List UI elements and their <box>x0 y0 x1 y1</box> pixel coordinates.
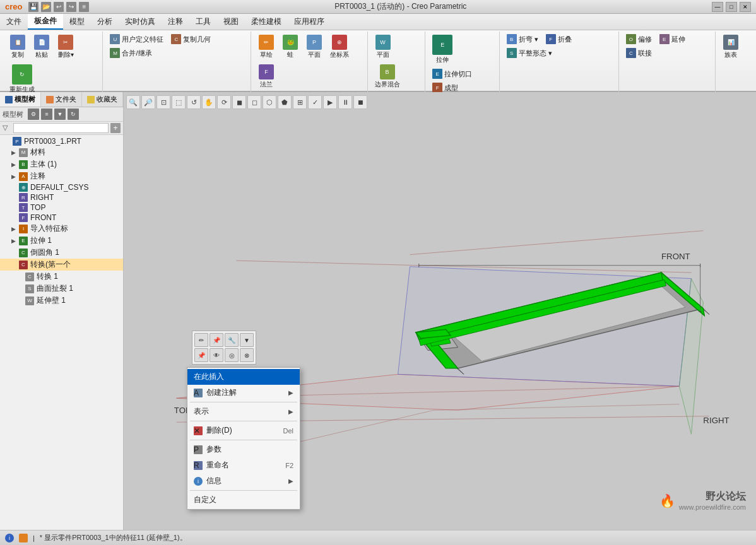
tree-refresh-btn[interactable]: ↻ <box>68 108 79 120</box>
tree-item-right[interactable]: R RIGHT <box>0 192 123 202</box>
tree-item-import[interactable]: ▶ I 导入特征标 <box>0 223 123 235</box>
vp-section-btn[interactable]: ⊞ <box>293 95 307 109</box>
btn-flat-wall[interactable]: W 平面 <box>372 33 394 61</box>
vp-zoom-out-btn[interactable]: 🔎 <box>141 95 155 109</box>
vp-rotate-btn[interactable]: ↺ <box>187 95 201 109</box>
btn-family-table[interactable]: 📊 族表 <box>719 33 742 61</box>
ctx-customize[interactable]: 自定义 <box>187 492 300 508</box>
tree-item-prt[interactable]: P PRT0003_1.PRT <box>0 136 123 146</box>
btn-offset[interactable]: O 偏修 <box>623 33 655 45</box>
btn-flange[interactable]: F 法兰 <box>255 62 278 91</box>
viewport[interactable]: 🔍 🔎 ⊡ ⬚ ↺ ✋ ⟳ ◼ ◻ ⬡ ⬟ ⊞ ✓ ▶ ⏸ ⏹ <box>124 92 756 530</box>
ft-row-1: ✏ 📌 🔧 ▼ <box>194 333 254 347</box>
maximize-button[interactable]: □ <box>726 2 737 12</box>
vp-pan-btn[interactable]: ✋ <box>202 95 216 109</box>
menu-simulation[interactable]: 实时仿真 <box>119 14 162 30</box>
menu-file[interactable]: 文件 <box>0 14 28 30</box>
vp-pause-btn[interactable]: ⏸ <box>338 95 352 109</box>
ft-pencil-btn[interactable]: ✏ <box>194 333 208 347</box>
tree-item-csys[interactable]: ⊕ DEFAULT_CSYS <box>0 182 123 192</box>
tree-item-convert-main[interactable]: C 转换(第一个 <box>0 259 123 271</box>
btn-sketch[interactable]: ✏ 草绘 <box>255 33 278 61</box>
ctx-create-note[interactable]: A 创建注解 ▶ <box>187 385 300 401</box>
btn-regen[interactable]: ↻ 重新生成 <box>6 62 38 96</box>
ft-pin2-btn[interactable]: 📌 <box>194 348 208 362</box>
tab-favorites[interactable]: 收藏夹 <box>82 92 123 107</box>
btn-bend[interactable]: B 折弯 ▾ <box>504 33 541 45</box>
ft-eye-btn[interactable]: 👁 <box>210 348 223 362</box>
tree-columns-btn[interactable]: ≡ <box>41 108 52 120</box>
btn-plane[interactable]: P 平面 <box>303 33 326 61</box>
vp-stop-btn[interactable]: ⏹ <box>353 95 367 109</box>
options-icon[interactable]: ≡ <box>79 2 89 12</box>
save-icon[interactable]: 💾 <box>28 2 38 12</box>
vp-check-btn[interactable]: ✓ <box>308 95 322 109</box>
tree-item-body[interactable]: ▶ B 主体 (1) <box>0 158 123 170</box>
menu-annotation[interactable]: 注释 <box>162 14 189 30</box>
ctx-rename[interactable]: R 重命名 F2 <box>187 457 300 473</box>
ft-arrow-btn[interactable]: ▼ <box>240 333 254 347</box>
tree-settings-btn[interactable]: ⚙ <box>28 108 39 120</box>
filter-input[interactable] <box>13 123 109 133</box>
tree-item-extrude1[interactable]: ▶ E 拉伸 1 <box>0 235 123 247</box>
ft-pin-btn[interactable]: 📌 <box>210 333 223 347</box>
btn-csys[interactable]: ⊕ 坐标系 <box>327 33 352 61</box>
tree-item-front[interactable]: F FRONT <box>0 213 123 223</box>
btn-connect[interactable]: C 联接 <box>623 47 655 59</box>
filter-add-btn[interactable]: + <box>110 123 121 133</box>
btn-copy-geo[interactable]: C 复制几何 <box>168 33 214 45</box>
tab-folders[interactable]: 文件夹 <box>41 92 82 107</box>
menu-flexible[interactable]: 柔性建模 <box>245 14 288 30</box>
btn-extrude[interactable]: E 拉伸 <box>429 33 456 66</box>
vp-shade-btn[interactable]: ◼ <box>232 95 246 109</box>
minimize-button[interactable]: — <box>712 2 723 12</box>
btn-fold[interactable]: F 折叠 <box>543 33 575 45</box>
btn-delete[interactable]: ✂ 删除▾ <box>54 33 77 61</box>
tree-item-convert1[interactable]: C 转换 1 <box>0 271 123 283</box>
btn-extend[interactable]: E 延伸 <box>656 33 688 45</box>
ctx-insert-here[interactable]: 在此插入 <box>187 369 300 385</box>
ctx-params[interactable]: P 参数 <box>187 442 300 457</box>
menu-tools[interactable]: 工具 <box>189 14 217 30</box>
btn-user-feature[interactable]: U 用户定义特征 <box>107 33 167 45</box>
vp-play-btn[interactable]: ▶ <box>323 95 337 109</box>
vp-wire-btn[interactable]: ◻ <box>247 95 261 109</box>
btn-extrude-cut[interactable]: E 拉伸切口 <box>429 67 475 80</box>
btn-sketch-label: 草绘 <box>260 50 273 59</box>
vp-zoom-in-btn[interactable]: 🔍 <box>126 95 140 109</box>
vp-edge-btn[interactable]: ⬡ <box>263 95 276 109</box>
menu-analysis[interactable]: 分析 <box>91 14 119 30</box>
vp-zoom-fit-btn[interactable]: ⊡ <box>157 95 170 109</box>
tree-item-extend-wall[interactable]: W 延伸壁 1 <box>0 295 123 307</box>
btn-flat-state[interactable]: S 平整形态 ▾ <box>504 47 555 59</box>
tree-item-annotation[interactable]: ▶ A 注释 <box>0 170 123 182</box>
redo-icon[interactable]: ↪ <box>66 2 76 12</box>
ctx-delete[interactable]: ✕ 删除(D) Del <box>187 423 300 438</box>
tree-item-top[interactable]: T TOP <box>0 202 123 213</box>
ft-wrench-btn[interactable]: 🔧 <box>225 333 239 347</box>
menu-apps[interactable]: 应用程序 <box>288 14 331 30</box>
ft-eye-x-btn[interactable]: ⊗ <box>240 348 254 362</box>
menu-view[interactable]: 视图 <box>217 14 245 30</box>
vp-persp-btn[interactable]: ⬟ <box>278 95 292 109</box>
ft-eye-off-btn[interactable]: ◎ <box>225 348 239 362</box>
btn-blend[interactable]: B 边界混合 <box>372 62 403 91</box>
close-button[interactable]: ✕ <box>740 2 751 12</box>
btn-merge[interactable]: M 合并/继承 <box>107 47 155 59</box>
btn-paste[interactable]: 📄 粘贴 <box>30 33 53 61</box>
tree-item-surface-split[interactable]: S 曲面扯裂 1 <box>0 283 123 295</box>
tree-expand-btn[interactable]: ▼ <box>54 108 66 120</box>
open-icon[interactable]: 📂 <box>41 2 51 12</box>
tree-item-material[interactable]: ▶ M 材料 <box>0 146 123 158</box>
vp-zoom-window-btn[interactable]: ⬚ <box>172 95 186 109</box>
vp-spin-btn[interactable]: ⟳ <box>217 95 231 109</box>
ctx-info[interactable]: i 信息 ▶ <box>187 473 300 489</box>
tree-item-chamfer[interactable]: C 倒圆角 1 <box>0 247 123 259</box>
btn-frog[interactable]: 🐸 蛙 <box>279 33 302 61</box>
menu-sheetmetal[interactable]: 板金件 <box>28 14 63 30</box>
menu-model[interactable]: 模型 <box>63 14 91 30</box>
undo-icon[interactable]: ↩ <box>54 2 64 12</box>
btn-copy[interactable]: 📋 复制 <box>6 33 29 61</box>
ctx-display[interactable]: 表示 ▶ <box>187 404 300 419</box>
tab-model-tree[interactable]: 模型树 <box>0 92 41 107</box>
